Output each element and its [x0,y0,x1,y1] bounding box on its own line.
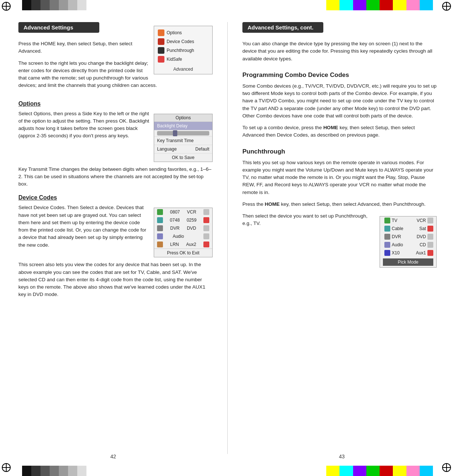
reg-mark-tr [442,2,453,13]
options-screen: Options Backlight Delay Key Transmit Tim… [154,114,213,162]
aux2-label: Aux2 [186,242,196,247]
menu-item-punchthrough: Punchthrough [158,46,209,55]
backlight-label: Backlight Delay [157,123,188,128]
cable-code2: 0259 [186,218,196,223]
options-ok: OK to Save [154,154,212,162]
options-row-language: Language Default [154,145,212,154]
right-header-title: Advanced Settings, cont. [248,24,313,31]
punch-tv-icon [384,218,390,223]
cd-icon [203,233,209,239]
punch-dvd-icon [427,234,433,240]
right-intro-text: You can also change the device type by p… [242,40,437,63]
lrn-icon [157,241,163,247]
punch-sat-icon [427,226,433,232]
punch-text-1: This lets you set up how various keys on… [242,159,437,196]
advanced-menu-footer: Advanced [158,67,209,72]
reg-mark-bl [2,463,13,474]
device-codes-heading: Device Codes [18,194,213,201]
punch-audio-icon [384,242,390,248]
punch-vcr-icon [427,218,433,223]
punchthrough-icon [158,47,164,54]
menu-item-kidsafe: KidSafe [158,55,209,64]
options-row-keytransmit: Key Transmit Time [154,137,212,145]
options-label: Options [167,30,182,35]
punch-x10-icon [384,250,390,256]
combo-text-2: To set up a combo device, press the HOME… [242,124,437,139]
left-section-header: Advanced Settings [18,22,99,33]
left-header-title: Advanced Settings [24,24,73,31]
punch-row-audio: Audio CD [380,241,436,249]
punchthrough-screen: TV VCR Cable Sat DVR DVD Audio CD [380,216,437,268]
dev-row-audio: Audio [154,232,212,240]
menu-item-options: Options [158,28,209,37]
page-layout: Advanced Settings Options Device Codes P… [15,15,440,461]
punch-row-dvr: DVR DVD [380,233,436,241]
options-screen-title: Options [154,114,212,122]
punch-cable-value: Sat [419,226,426,231]
dvr-icon [157,225,163,231]
dvd-label: DVD [187,226,196,231]
right-column: Advanced Settings, cont. You can also ch… [239,15,440,461]
punch-row-cable: Cable Sat [380,225,436,233]
tv-icon [157,209,163,215]
punch-cable-label: Cable [392,226,419,231]
punch-cable-icon [384,226,390,232]
color-bar-bottom-left [22,466,96,476]
page-number-left: 42 [110,454,116,459]
lrn-label: LRN [170,242,179,247]
options-icon [158,29,164,36]
color-bar-top-left [22,0,96,10]
options-heading: Options [18,101,213,107]
combo-heading: Programming Combo Device Codes [242,71,437,79]
punch-x10-label: X10 [392,250,416,255]
language-value: Default [195,147,209,152]
options-row-backlight: Backlight Delay [154,122,212,130]
dvd-icon [203,225,209,231]
device-codes-text-2: This screen also lets you view the codes… [18,261,213,298]
device-codes-screen: 0807 VCR 0748 0259 DVR DVD Audio [154,208,213,257]
punch-tv-label: TV [392,218,417,223]
combo-text-1: Some Combo devices (e.g., TV/VCR, TV/DVD… [242,82,437,120]
keytransmit-label: Key Transmit Time [157,138,193,143]
punchthrough-label: Punchthrough [167,48,194,53]
pick-mode-button[interactable]: Pick Mode [383,258,433,266]
cable-code: 0748 [170,218,180,223]
page-number-right: 43 [339,454,345,459]
punch-heading: Punchthrough [242,148,437,155]
audio-icon [157,233,163,239]
language-label: Language [157,147,177,152]
punch-audio-label: Audio [392,242,420,247]
punch-row-tv: TV VCR [380,216,436,225]
dev-row-lrn: LRN Aux2 [154,240,212,248]
device-codes-icon [158,38,164,45]
punch-aux1-icon [427,250,433,256]
reg-mark-br [442,463,453,474]
punch-x10-value: Aux1 [416,250,426,255]
cable-icon [157,217,163,223]
punch-dvr-value: DVD [417,234,426,239]
dev-row-vcr: 0807 VCR [154,208,212,216]
dev-row-cable: 0748 0259 [154,216,212,224]
right-section-header: Advanced Settings, cont. [242,22,323,33]
punch-cd-icon [427,242,433,248]
dev-row-dvr: DVR DVD [154,224,212,232]
device-codes-label: Device Codes [167,39,194,44]
color-bar-top-right [326,0,433,10]
audio-label: Audio [173,234,184,239]
punch-row-x10: X10 Aux1 [380,249,436,257]
menu-item-device-codes: Device Codes [158,37,209,46]
vcr-icon2 [203,209,209,215]
vcr-label: VCR [187,209,196,215]
device-exit: Press OK to Exit [154,248,212,257]
punch-text-2: Press the HOME key, then select Setup, t… [242,201,437,208]
options-row-slider [154,130,212,137]
punch-dvr-icon [384,234,390,240]
punch-tv-value: VCR [417,218,426,223]
kidsafe-label: KidSafe [167,57,182,62]
advanced-menu-screen: Options Device Codes Punchthrough KidSaf… [154,26,213,74]
column-divider [227,22,228,454]
key-transmit-text: Key Transmit Time changes the delay betw… [18,166,213,188]
left-column: Advanced Settings Options Device Codes P… [15,15,216,461]
reg-mark-tl [2,2,13,13]
vcr-code: 0807 [170,209,180,215]
